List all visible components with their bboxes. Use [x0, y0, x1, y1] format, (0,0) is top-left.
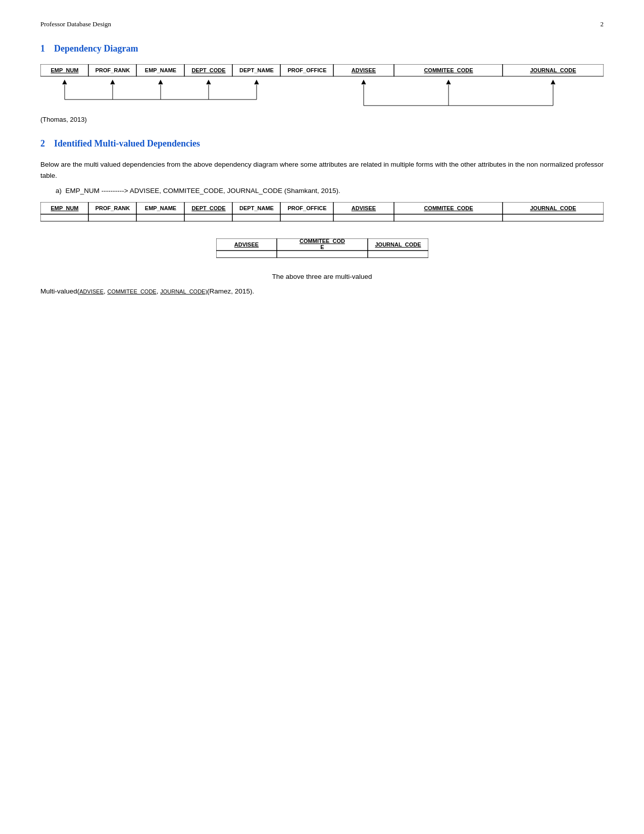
advisee-label: ADVISEE: [79, 288, 104, 295]
svg-text:DEPT_CODE: DEPT_CODE: [191, 205, 225, 211]
citation-1: (Thomas, 2013): [40, 116, 604, 123]
diagram-2-wrapper: EMP_NUM PROF_RANK EMP_NAME DEPT_CODE DEP…: [40, 202, 604, 224]
svg-text:▲: ▲: [157, 77, 165, 86]
svg-rect-55: [88, 214, 136, 221]
svg-rect-61: [394, 214, 503, 221]
svg-text:DEPT_NAME: DEPT_NAME: [239, 205, 274, 211]
svg-text:EMP_NAME: EMP_NAME: [145, 67, 176, 73]
svg-text:COMMITEE_CODE: COMMITEE_CODE: [424, 205, 473, 211]
page-header: Professor Database Design 2: [40, 20, 604, 28]
svg-text:JOURNAL_CODE: JOURNAL_CODE: [530, 67, 576, 73]
svg-text:PROF_OFFICE: PROF_OFFICE: [287, 67, 326, 73]
diagram-2-svg: EMP_NUM PROF_RANK EMP_NAME DEPT_CODE DEP…: [40, 202, 604, 222]
diagram-1-svg: EMP_NUM PROF_RANK EMP_NAME DEPT_CODE DEP…: [40, 64, 604, 110]
svg-text:EMP_NUM: EMP_NUM: [51, 205, 78, 211]
svg-text:▲: ▲: [109, 77, 117, 86]
svg-text:EMP_NAME: EMP_NAME: [145, 205, 176, 211]
section-1-title: 1 Dependency Diagram: [40, 43, 604, 54]
section-1: 1 Dependency Diagram EMP_NUM PROF_RANK E…: [40, 43, 604, 123]
section-1-heading: Dependency Diagram: [54, 43, 138, 54]
svg-text:▲: ▲: [549, 77, 557, 86]
svg-rect-57: [184, 214, 232, 221]
section-2-heading: Identified Multi-valued Dependencies: [54, 138, 200, 149]
svg-text:▲: ▲: [360, 77, 368, 86]
multi-valued-line: Multi-valued(ADVISEE, COMMITEE_CODE, JOU…: [40, 287, 604, 295]
svg-text:PROF_RANK: PROF_RANK: [95, 205, 130, 211]
svg-rect-54: [40, 214, 88, 221]
svg-text:▲: ▲: [205, 77, 213, 86]
page-number: 2: [601, 20, 604, 28]
svg-rect-71: [277, 251, 368, 258]
svg-text:▲: ▲: [61, 77, 69, 86]
svg-rect-70: [216, 251, 277, 258]
svg-text:EMP_NUM: EMP_NUM: [51, 67, 78, 73]
svg-text:DEPT_CODE: DEPT_CODE: [191, 67, 225, 73]
svg-text:▲: ▲: [444, 77, 453, 86]
section-2-title: 2 Identified Multi-valued Dependencies: [40, 138, 604, 149]
svg-rect-62: [503, 214, 604, 221]
svg-text:COMMITEE_COD: COMMITEE_COD: [300, 238, 345, 244]
list-item-a: a) EMP_NUM ----------> ADVISEE, COMMITEE…: [56, 187, 604, 194]
svg-text:E: E: [320, 244, 324, 250]
diagram-1-wrapper: EMP_NUM PROF_RANK EMP_NAME DEPT_CODE DEP…: [40, 64, 604, 112]
svg-text:DEPT_NAME: DEPT_NAME: [239, 67, 274, 73]
svg-text:ADVISEE: ADVISEE: [234, 241, 258, 248]
svg-rect-58: [232, 214, 280, 221]
svg-rect-56: [136, 214, 184, 221]
commitee-label: COMMITEE_CODE: [107, 288, 156, 295]
svg-text:ADVISEE: ADVISEE: [352, 67, 376, 73]
multi-valued-suffix: (Ramez, 2015).: [207, 287, 254, 295]
svg-text:COMMITEE_CODE: COMMITEE_CODE: [424, 67, 473, 73]
svg-rect-59: [280, 214, 333, 221]
journal-label: JOURNAL_CODE): [160, 288, 207, 295]
doc-title: Professor Database Design: [40, 20, 111, 28]
section-2-number: 2: [40, 138, 45, 149]
svg-rect-60: [333, 214, 394, 221]
multi-valued-prefix: Multi-valued(: [40, 287, 79, 295]
section-2-body: Below are the multi valued dependencies …: [40, 159, 604, 181]
section-1-number: 1: [40, 43, 45, 54]
small-table-wrapper: ADVISEE COMMITEE_COD E JOURNAL_CODE: [40, 238, 604, 264]
list-item-a-label: a): [56, 187, 62, 194]
section-2: 2 Identified Multi-valued Dependencies B…: [40, 138, 604, 295]
above-three-text: The above three are multi-valued: [40, 273, 604, 280]
svg-text:PROF_OFFICE: PROF_OFFICE: [287, 205, 326, 211]
svg-text:▲: ▲: [253, 77, 261, 86]
svg-rect-72: [368, 251, 428, 258]
svg-text:JOURNAL_CODE: JOURNAL_CODE: [375, 241, 421, 248]
svg-text:JOURNAL_CODE: JOURNAL_CODE: [530, 205, 576, 211]
svg-text:ADVISEE: ADVISEE: [352, 205, 376, 211]
svg-text:PROF_RANK: PROF_RANK: [95, 67, 130, 73]
small-table-svg: ADVISEE COMMITEE_COD E JOURNAL_CODE: [216, 238, 428, 264]
list-item-a-text: EMP_NUM ----------> ADVISEE, COMMITEE_CO…: [66, 187, 340, 194]
